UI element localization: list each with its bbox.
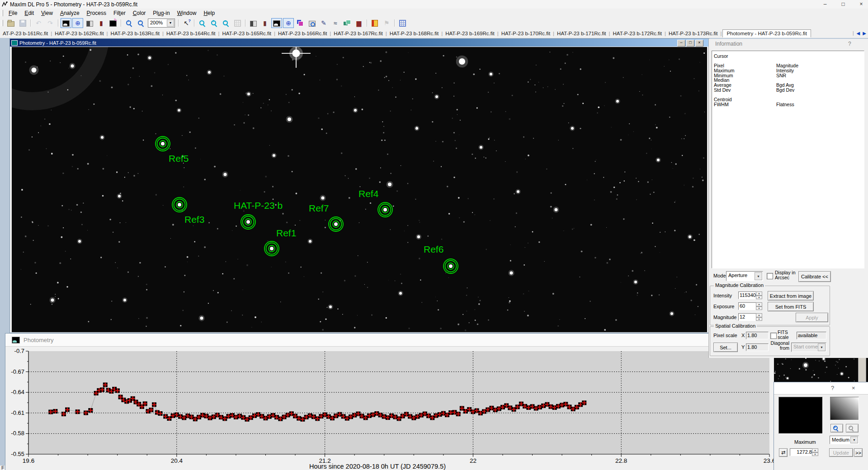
stretch-help-button[interactable]: ?: [831, 385, 834, 391]
menu-process[interactable]: Process: [83, 9, 110, 17]
tab-hat-p-23-b-167rc-fit[interactable]: HAT-P-23 b-167Rc.fit: [331, 30, 385, 37]
exposure-spinner[interactable]: ▲▼: [756, 302, 762, 310]
tab-hat-p-23-b-172rc-fit[interactable]: HAT-P-23 b-172Rc.fit: [610, 30, 665, 37]
plugin-runner-button[interactable]: [369, 18, 380, 28]
pixel-grid-button[interactable]: [232, 18, 243, 28]
histogram-button[interactable]: [84, 18, 95, 28]
zoom-preview-button[interactable]: [307, 18, 317, 28]
rotate-button[interactable]: ▮: [259, 18, 270, 28]
undo-icon: ↶: [36, 20, 41, 26]
chevron-down-icon[interactable]: ▼: [755, 272, 762, 280]
stretch-more-button[interactable]: >>: [854, 448, 863, 457]
process-filter-button[interactable]: ✎: [318, 18, 329, 28]
menu-analyze[interactable]: Analyze: [57, 9, 83, 17]
extract-from-image-button[interactable]: Extract from image: [768, 291, 814, 301]
menu-view[interactable]: View: [38, 9, 57, 17]
menu-window[interactable]: Window: [174, 9, 200, 17]
open-file-button[interactable]: [5, 18, 16, 28]
context-help-button[interactable]: ↖?: [181, 18, 192, 28]
plot-window-titlebar[interactable]: Photometry: [5, 334, 774, 347]
close-button[interactable]: ×: [858, 0, 864, 9]
stretch-quality-dropdown[interactable]: Medium ▼: [830, 436, 859, 444]
mode-dropdown[interactable]: Aperture ▼: [726, 271, 763, 281]
calibrate-button[interactable]: Calibrate <<: [798, 271, 831, 282]
arcsec-checkbox[interactable]: [767, 273, 773, 279]
image-restore-button[interactable]: □: [686, 40, 694, 47]
tab-hat-p-23-b-168rc-fit[interactable]: HAT-P-23 b-168Rc.fit: [387, 30, 441, 37]
image-close-button[interactable]: ×: [695, 40, 703, 47]
maximum-spinner[interactable]: ▲▼: [812, 448, 818, 456]
set-from-fits-button[interactable]: Set from FITS: [768, 302, 814, 311]
night-vision-button[interactable]: ▮: [96, 18, 107, 28]
chevron-down-icon[interactable]: ▼: [850, 437, 858, 443]
pixel-scale-x-field[interactable]: 1.80: [746, 332, 769, 339]
maximize-button[interactable]: □: [840, 0, 846, 9]
stretch-close-button[interactable]: ×: [852, 385, 855, 391]
annotate-button[interactable]: [108, 18, 118, 28]
zoom-out-button[interactable]: −: [135, 18, 146, 28]
information-button[interactable]: ⊕: [72, 18, 83, 28]
intensity-spinner[interactable]: ▲▼: [756, 291, 762, 299]
star-field-image[interactable]: Ref5Ref3HAT-P-23 bRef1Ref7Ref4Ref6: [12, 47, 707, 332]
intensity-field[interactable]: 115340: [738, 291, 757, 299]
screen-stretch-small-button[interactable]: [271, 18, 282, 28]
tab-hat-p-23-b-163rc-fit[interactable]: HAT-P-23 b-163Rc.fit: [108, 30, 162, 37]
tab-hat-p-23-b-166rc-fit[interactable]: HAT-P-23 b-166Rc.fit: [275, 30, 330, 37]
information-help-button[interactable]: ?: [848, 41, 851, 47]
tab-hat-p-23-b-169rc-fit[interactable]: HAT-P-23 b-169Rc.fit: [443, 30, 497, 37]
stretch-histogram[interactable]: [778, 397, 823, 434]
redo-button[interactable]: ↷: [45, 18, 56, 28]
flag-marker-button[interactable]: ⚑: [381, 18, 392, 28]
tab-scroll-right-button[interactable]: ▶: [863, 31, 866, 36]
stretch-zoom-in-button[interactable]: +: [830, 424, 843, 432]
exposure-field[interactable]: 60: [738, 302, 757, 310]
line-profile-button[interactable]: ≈: [330, 18, 341, 28]
magnify-button[interactable]: [197, 18, 208, 28]
chevron-down-icon[interactable]: ▼: [167, 19, 174, 27]
menu-file[interactable]: File: [5, 9, 21, 17]
zoom-in-icon: +: [125, 19, 132, 27]
magnitude-field[interactable]: 12: [738, 313, 757, 321]
maximum-value-field[interactable]: 1272.8: [790, 448, 813, 456]
tab-hat-p-23-b-164rc-fit[interactable]: HAT-P-23 b-164Rc.fit: [164, 30, 218, 37]
screen-stretch-button[interactable]: [61, 18, 71, 28]
tab-hat-p-23-b-162rc-fit[interactable]: HAT-P-23 b-162Rc.fit: [52, 30, 106, 37]
zoom-level-combo[interactable]: 200%▼: [148, 19, 175, 28]
crosshair-button[interactable]: ⊕: [283, 18, 294, 28]
tab-active-photometry[interactable]: Photometry - HAT-P-23 b-059Rc.fit: [722, 29, 811, 38]
image-minimize-button[interactable]: –: [677, 40, 685, 47]
zoom-in-button[interactable]: +: [123, 18, 134, 28]
menu-filter[interactable]: Filter: [110, 9, 129, 17]
fits-scale-checkbox[interactable]: [770, 333, 777, 339]
apply-button[interactable]: Apply: [796, 313, 828, 322]
color-balance-button[interactable]: [295, 18, 306, 28]
tab-hat-p-23-b-170rc-fit[interactable]: HAT-P-23 b-170Rc.fit: [499, 30, 553, 37]
set-button[interactable]: Set...: [713, 343, 738, 352]
image-window-titlebar[interactable]: Photometry - HAT-P-23 b-059Rc.fit – □ ×: [10, 39, 709, 47]
pixel-scale-y-field[interactable]: 1.80: [746, 343, 769, 351]
menu-edit[interactable]: Edit: [21, 9, 38, 17]
magnitude-spinner[interactable]: ▲▼: [756, 313, 762, 321]
save-button[interactable]: [17, 18, 28, 28]
minimize-button[interactable]: –: [822, 0, 828, 9]
mirror-button[interactable]: [248, 18, 259, 28]
magnify-in-button[interactable]: +: [208, 18, 219, 28]
tab-at-p-23-b-161rc-fit[interactable]: AT-P-23 b-161Rc.fit: [0, 30, 51, 37]
pixel-math-button[interactable]: [397, 18, 408, 28]
update-button[interactable]: Update: [829, 448, 853, 457]
magnify-out-button[interactable]: −: [220, 18, 231, 28]
stretch-swap-button[interactable]: ⇄: [779, 448, 788, 457]
undo-button[interactable]: ↶: [33, 18, 44, 28]
menu-color[interactable]: Color: [129, 9, 150, 17]
batch-convert-button[interactable]: [342, 18, 353, 28]
tab-hat-p-23-b-171rc-fit[interactable]: HAT-P-23 b-171Rc.fit: [554, 30, 609, 37]
tab-hat-p-23-b-173rc-fit[interactable]: HAT-P-23 b-173Rc.fit: [666, 30, 720, 37]
tab-hat-p-23-b-165rc-fit[interactable]: HAT-P-23 b-165Rc.fit: [219, 30, 274, 37]
tab-scroll-left-button[interactable]: ◀: [857, 31, 860, 36]
toolbox-button[interactable]: ▆: [354, 18, 364, 28]
stretch-window-titlebar[interactable]: ? ×: [774, 382, 868, 395]
stretch-zoom-out-button[interactable]: −: [846, 424, 859, 432]
menu-plugin[interactable]: Plug-in: [149, 9, 173, 17]
menu-help[interactable]: Help: [200, 9, 218, 17]
diagonal-from-dropdown[interactable]: Start corner ▼: [791, 343, 826, 352]
